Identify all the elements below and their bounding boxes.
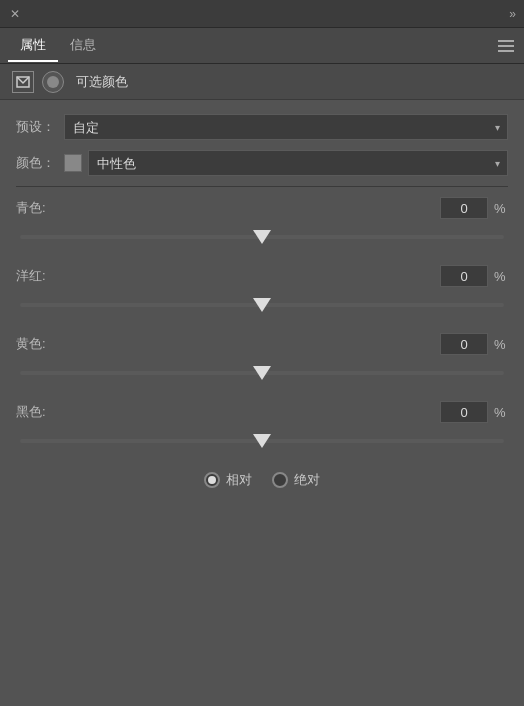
- yellow-value-input[interactable]: [440, 333, 488, 355]
- preset-row: 预设： 自定 ▾: [16, 114, 508, 140]
- relative-radio-item[interactable]: 相对: [204, 471, 252, 489]
- method-radio-row: 相对 绝对: [16, 471, 508, 489]
- close-icon: ✕: [10, 7, 20, 21]
- absolute-radio-item[interactable]: 绝对: [272, 471, 320, 489]
- top-bar-right: »: [509, 7, 516, 21]
- color-swatch: [64, 154, 82, 172]
- top-bar: ✕ »: [0, 0, 524, 28]
- yellow-slider-track-wrap: [16, 359, 508, 387]
- cyan-percent-label: %: [494, 201, 508, 216]
- color-select[interactable]: 中性色 红色 黄色 绿色 青色 蓝色 洋红色 白色 黑色: [88, 150, 508, 176]
- preset-select[interactable]: 自定: [64, 114, 508, 140]
- yellow-slider-thumb-wrap: [253, 366, 271, 380]
- yellow-slider-section: 黄色: %: [16, 333, 508, 387]
- inner-circle: [47, 76, 59, 88]
- black-slider-thumb-wrap: [253, 434, 271, 448]
- yellow-slider-track[interactable]: [20, 371, 504, 375]
- collapse-icon[interactable]: »: [509, 7, 516, 21]
- preset-label: 预设：: [16, 118, 64, 136]
- black-slider-thumb[interactable]: [253, 434, 271, 448]
- cyan-slider-track[interactable]: [20, 235, 504, 239]
- tab-info[interactable]: 信息: [58, 30, 108, 62]
- magenta-percent-label: %: [494, 269, 508, 284]
- cyan-slider-thumb-wrap: [253, 230, 271, 244]
- magenta-top-row: 洋红: %: [16, 265, 508, 287]
- relative-radio-button[interactable]: [204, 472, 220, 488]
- panel-menu-button[interactable]: [498, 40, 514, 52]
- black-label: 黑色:: [16, 403, 64, 421]
- cyan-top-row: 青色: %: [16, 197, 508, 219]
- layer-type-icon[interactable]: [12, 71, 34, 93]
- cyan-slider-section: 青色: %: [16, 197, 508, 251]
- tab-bar: 属性 信息: [0, 28, 524, 64]
- yellow-slider-thumb[interactable]: [253, 366, 271, 380]
- color-label: 颜色：: [16, 154, 64, 172]
- adjustment-icon[interactable]: [42, 71, 64, 93]
- magenta-value-input[interactable]: [440, 265, 488, 287]
- preset-select-wrap: 自定 ▾: [64, 114, 508, 140]
- black-value-input[interactable]: [440, 401, 488, 423]
- magenta-slider-section: 洋红: %: [16, 265, 508, 319]
- cyan-label: 青色:: [16, 199, 64, 217]
- relative-radio-label: 相对: [226, 471, 252, 489]
- black-top-row: 黑色: %: [16, 401, 508, 423]
- cyan-slider-track-wrap: [16, 223, 508, 251]
- black-slider-track[interactable]: [20, 439, 504, 443]
- color-row: 颜色： 中性色 红色 黄色 绿色 青色 蓝色 洋红色 白色 黑色 ▾: [16, 150, 508, 176]
- magenta-label: 洋红:: [16, 267, 64, 285]
- magenta-slider-track[interactable]: [20, 303, 504, 307]
- panel-header: 可选颜色: [0, 64, 524, 100]
- cyan-slider-thumb[interactable]: [253, 230, 271, 244]
- envelope-icon: [16, 75, 30, 89]
- cyan-value-input[interactable]: [440, 197, 488, 219]
- black-percent-label: %: [494, 405, 508, 420]
- divider-1: [16, 186, 508, 187]
- relative-radio-dot: [208, 476, 216, 484]
- panel-title: 可选颜色: [76, 73, 128, 91]
- absolute-radio-label: 绝对: [294, 471, 320, 489]
- yellow-percent-label: %: [494, 337, 508, 352]
- magenta-slider-track-wrap: [16, 291, 508, 319]
- yellow-label: 黄色:: [16, 335, 64, 353]
- magenta-slider-thumb[interactable]: [253, 298, 271, 312]
- close-button[interactable]: ✕: [8, 7, 22, 21]
- top-bar-left: ✕: [8, 7, 22, 21]
- magenta-slider-thumb-wrap: [253, 298, 271, 312]
- black-slider-section: 黑色: %: [16, 401, 508, 455]
- black-slider-track-wrap: [16, 427, 508, 455]
- color-select-wrap: 中性色 红色 黄色 绿色 青色 蓝色 洋红色 白色 黑色 ▾: [64, 150, 508, 176]
- tab-properties[interactable]: 属性: [8, 30, 58, 62]
- content-area: 预设： 自定 ▾ 颜色： 中性色 红色 黄色 绿色 青色 蓝色 洋红色 白色 黑…: [0, 100, 524, 505]
- absolute-radio-button[interactable]: [272, 472, 288, 488]
- yellow-top-row: 黄色: %: [16, 333, 508, 355]
